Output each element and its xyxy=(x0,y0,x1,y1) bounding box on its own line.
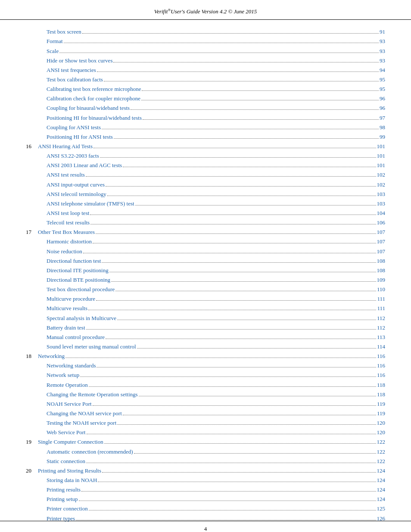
entry-label[interactable]: Printing results xyxy=(47,485,81,494)
toc-section-row: 20Printing and Storing Results124 xyxy=(26,467,385,475)
entry-label[interactable]: ANSI telecoil terminology xyxy=(47,190,106,199)
entry-page-number: 103 xyxy=(377,199,386,208)
toc-dots xyxy=(86,463,376,463)
entry-label[interactable]: Positioning HI for ANSI tests xyxy=(47,133,113,141)
entry-page-number: 111 xyxy=(377,304,385,313)
entry-label[interactable]: Network setup xyxy=(47,371,79,380)
entry-label[interactable]: Sound level meter using manual control xyxy=(47,342,136,351)
section-page-number: 107 xyxy=(377,228,386,236)
entry-label[interactable]: Battery drain test xyxy=(47,324,85,332)
entry-label[interactable]: ANSI test results xyxy=(47,171,85,179)
entry-page-number: 118 xyxy=(377,381,385,389)
entry-page-number: 125 xyxy=(377,504,386,513)
entry-label[interactable]: Spectral analysis in Multicurve xyxy=(47,314,116,323)
toc-dots xyxy=(98,482,376,482)
entry-page-number: 124 xyxy=(377,495,386,504)
entry-label[interactable]: ANSI test loop test xyxy=(47,209,89,218)
section-label[interactable]: Networking xyxy=(38,352,65,361)
toc-dots xyxy=(106,339,376,339)
toc-dots xyxy=(104,81,379,81)
section-label[interactable]: Printing and Storing Results xyxy=(38,467,101,475)
entry-page-number: 122 xyxy=(377,457,386,466)
toc-dots xyxy=(102,472,376,473)
entry-page-number: 110 xyxy=(377,285,385,294)
toc-entry-row: Calibration check for coupler microphone… xyxy=(26,94,385,103)
entry-label[interactable]: Automatic connection (recommended) xyxy=(47,448,133,456)
entry-label[interactable]: Hide or Show test box curves xyxy=(47,56,112,65)
toc-dots xyxy=(81,491,376,492)
entry-label[interactable]: Multicurve results xyxy=(47,304,87,313)
entry-label[interactable]: Remote Operation xyxy=(47,381,88,389)
toc-dots xyxy=(89,386,376,387)
entry-label[interactable]: Telecoil test results xyxy=(47,218,90,227)
entry-page-number: 98 xyxy=(380,123,385,132)
entry-label[interactable]: Directional ITE positioning xyxy=(47,266,109,275)
toc-content: Test box screen91Format93Scale93Hide or … xyxy=(0,20,411,532)
toc-dots xyxy=(96,300,376,301)
entry-label[interactable]: Storing data in NOAH xyxy=(47,476,97,485)
entry-page-number: 124 xyxy=(377,476,386,485)
section-label[interactable]: Single Computer Connection xyxy=(38,438,103,446)
toc-entry-row: Directional BTE positioning109 xyxy=(26,276,385,284)
entry-page-number: 106 xyxy=(377,218,386,227)
entry-label[interactable]: Positioning HI for binaural/wideband tes… xyxy=(47,114,142,122)
entry-label[interactable]: Calibrating test box reference microphon… xyxy=(47,85,141,93)
entry-label[interactable]: Test box directional procedure xyxy=(47,285,115,294)
entry-label[interactable]: Directional function test xyxy=(47,257,101,265)
page-footer: 4 xyxy=(0,521,411,532)
toc-dots xyxy=(96,233,376,234)
toc-dots xyxy=(142,90,379,91)
entry-label[interactable]: Coupling for binaural/wideband tests xyxy=(47,104,130,112)
entry-page-number: 109 xyxy=(377,276,386,284)
entry-label[interactable]: Format xyxy=(47,37,63,46)
toc-dots xyxy=(88,310,376,310)
entry-label[interactable]: NOAH Service Port xyxy=(47,400,92,408)
toc-entry-row: ANSI test loop test104 xyxy=(26,209,385,218)
toc-dots xyxy=(93,148,376,148)
entry-label[interactable]: Manual control procedure xyxy=(47,333,105,342)
section-label[interactable]: Other Test Box Measures xyxy=(38,228,95,236)
entry-page-number: 124 xyxy=(377,485,386,494)
entry-label[interactable]: ANSI input-output curves xyxy=(47,180,105,189)
toc-dots xyxy=(97,367,376,367)
entry-label[interactable]: Testing the NOAH service port xyxy=(47,419,116,427)
entry-label[interactable]: ANSI test frequencies xyxy=(47,66,96,75)
entry-label[interactable]: Test box screen xyxy=(47,28,81,36)
entry-label[interactable]: Directional BTE positioning xyxy=(47,276,110,284)
toc-entry-row: ANSI telephone simulator (TMFS) test103 xyxy=(26,199,385,208)
entry-label[interactable]: Scale xyxy=(47,47,59,56)
entry-label[interactable]: Test box calibration facts xyxy=(47,75,103,84)
entry-label[interactable]: Web Service Port xyxy=(47,428,86,437)
entry-label[interactable]: Multicurve procedure xyxy=(47,295,95,303)
toc-dots xyxy=(102,129,379,129)
entry-label[interactable]: Coupling for ANSI tests xyxy=(47,123,101,132)
entry-label[interactable]: Calibration check for coupler microphone xyxy=(47,94,140,103)
entry-label[interactable]: Static connection xyxy=(47,457,85,466)
entry-label[interactable]: ANSI 2003 Linear and AGC tests xyxy=(47,161,122,170)
entry-label[interactable]: Changing the NOAH service port xyxy=(47,409,122,418)
toc-dots xyxy=(80,376,376,377)
entry-page-number: 101 xyxy=(377,152,386,160)
toc-dots xyxy=(97,72,379,72)
section-label[interactable]: ANSI Hearing Aid Tests xyxy=(38,142,93,151)
toc-entry-row: Printing setup124 xyxy=(26,495,385,504)
entry-label[interactable]: Printer connection xyxy=(47,504,88,513)
entry-page-number: 103 xyxy=(377,190,386,199)
entry-page-number: 116 xyxy=(377,361,385,370)
entry-page-number: 107 xyxy=(377,247,386,256)
entry-label[interactable]: Changing the Remote Operation settings xyxy=(47,390,138,399)
entry-page-number: 95 xyxy=(380,75,385,84)
entry-page-number: 116 xyxy=(377,371,385,380)
toc-entry-row: Positioning HI for ANSI tests99 xyxy=(26,133,385,141)
toc-entry-row: Multicurve results111 xyxy=(26,304,385,313)
entry-label[interactable]: Noise reduction xyxy=(47,247,82,256)
entry-label[interactable]: ANSI telephone simulator (TMFS) test xyxy=(47,199,134,208)
entry-label[interactable]: Harmonic distortion xyxy=(47,237,92,246)
entry-label[interactable]: ANSI S3.22-2003 facts xyxy=(47,152,99,160)
section-number: 18 xyxy=(26,352,38,361)
entry-label[interactable]: Printing setup xyxy=(47,495,78,504)
entry-label[interactable]: Networking standards xyxy=(47,361,96,370)
toc-dots xyxy=(83,253,376,253)
toc-entry-row: Remote Operation118 xyxy=(26,381,385,389)
toc-entry-row: Manual control procedure113 xyxy=(26,333,385,342)
